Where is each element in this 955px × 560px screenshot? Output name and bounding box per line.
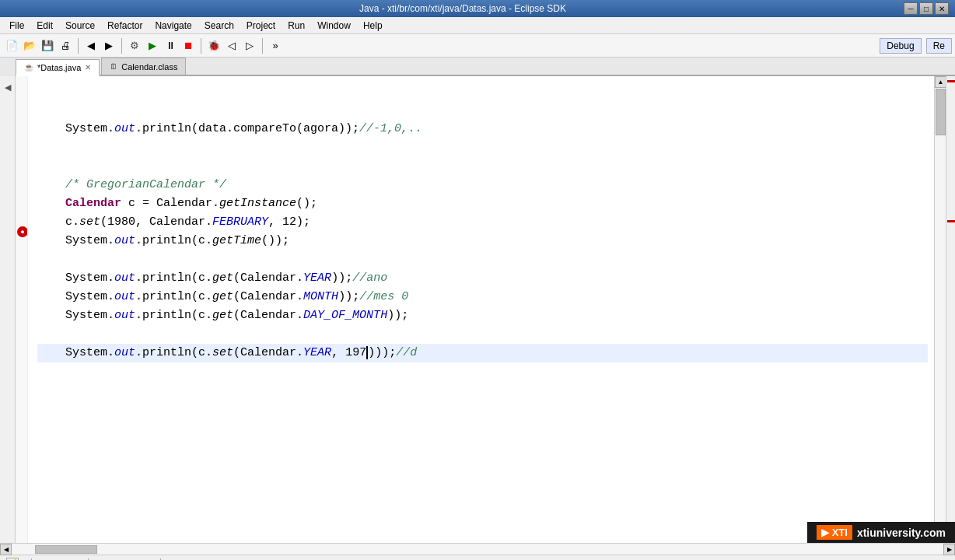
menu-search[interactable]: Search bbox=[198, 17, 240, 33]
ruler-error-2 bbox=[947, 220, 955, 222]
minimize-button[interactable]: ─ bbox=[904, 2, 918, 15]
xti-url: xtiuniversity.com bbox=[857, 527, 946, 539]
toolbar-sep-1 bbox=[78, 38, 79, 54]
code-content: System.out.println(data.compareTo(agora)… bbox=[28, 76, 934, 406]
xti-badge: ▶ XTI xtiuniversity.com bbox=[807, 522, 955, 543]
build-button[interactable]: ⚙ bbox=[126, 37, 143, 54]
h-scroll-track[interactable] bbox=[12, 544, 943, 555]
debug-button[interactable]: 🐞 bbox=[205, 37, 222, 54]
menu-help[interactable]: Help bbox=[357, 17, 389, 33]
save-button[interactable]: 💾 bbox=[39, 37, 56, 54]
print-button[interactable]: 🖨 bbox=[57, 37, 74, 54]
nav-left[interactable]: ◁ bbox=[223, 37, 240, 54]
scroll-left-button[interactable]: ◀ bbox=[0, 544, 12, 555]
stop-button[interactable]: ⏹ bbox=[180, 37, 197, 54]
ruler-error-1 bbox=[947, 80, 955, 82]
menu-source[interactable]: Source bbox=[59, 17, 101, 33]
scroll-thumb[interactable] bbox=[936, 89, 946, 135]
tab-calendar-label: Calendar.class bbox=[121, 62, 177, 72]
new-button[interactable]: 📄 bbox=[3, 37, 20, 54]
scroll-right-button[interactable]: ▶ bbox=[943, 544, 955, 555]
tab-datas-java[interactable]: ☕ *Datas.java ✕ bbox=[16, 59, 100, 76]
scroll-track[interactable] bbox=[935, 88, 946, 531]
tab-calendar-class[interactable]: 🗓 Calendar.class bbox=[101, 58, 186, 75]
menu-file[interactable]: File bbox=[3, 17, 30, 33]
run-button[interactable]: ▶ bbox=[144, 37, 161, 54]
pause-button[interactable]: ⏸ bbox=[162, 37, 179, 54]
more-button[interactable]: » bbox=[267, 37, 284, 54]
status-left: ⚡ bbox=[6, 558, 19, 561]
maximize-button[interactable]: □ bbox=[919, 2, 933, 15]
forward-button[interactable]: ▶ bbox=[100, 37, 117, 54]
scroll-up-button[interactable]: ▲ bbox=[935, 76, 946, 88]
status-bar: ⚡ Writable Smart Insert 34 : 52 bbox=[0, 555, 955, 560]
xti-logo: ▶ XTI bbox=[817, 525, 852, 540]
error-marker-1[interactable]: ● bbox=[17, 226, 28, 237]
window-title: Java - xti/br/com/xti/java/Datas.java - … bbox=[22, 3, 904, 14]
re-button[interactable]: Re bbox=[926, 38, 952, 54]
tab-calendar-icon: 🗓 bbox=[110, 62, 117, 71]
open-button[interactable]: 📂 bbox=[21, 37, 38, 54]
tab-datas-label: *Datas.java bbox=[37, 63, 81, 72]
status-icon[interactable]: ⚡ bbox=[6, 558, 19, 561]
toolbar-sep-3 bbox=[201, 38, 201, 54]
main-toolbar: 📄 📂 💾 🖨 ◀ ▶ ⚙ ▶ ⏸ ⏹ 🐞 ◁ ▷ » Debug Re bbox=[0, 34, 955, 58]
left-sidebar: ◀ bbox=[0, 76, 16, 543]
window-controls[interactable]: ─ □ ✕ bbox=[904, 2, 949, 15]
debug-perspective-button[interactable]: Debug bbox=[880, 38, 921, 54]
menu-refactor[interactable]: Refactor bbox=[101, 17, 149, 33]
overview-ruler bbox=[946, 76, 955, 543]
horizontal-scrollbar[interactable]: ◀ ▶ bbox=[0, 543, 955, 555]
tab-datas-icon: ☕ bbox=[24, 63, 33, 72]
menu-project[interactable]: Project bbox=[240, 17, 282, 33]
toolbar-sep-2 bbox=[121, 38, 122, 54]
menu-run[interactable]: Run bbox=[282, 17, 311, 33]
vertical-scrollbar[interactable]: ▲ ▼ bbox=[934, 76, 946, 543]
error-gutter: ● bbox=[16, 76, 28, 543]
close-button[interactable]: ✕ bbox=[935, 2, 949, 15]
title-bar: Java - xti/br/com/xti/java/Datas.java - … bbox=[0, 0, 955, 17]
tab-bar: ≡ ⊞ ☕ *Datas.java ✕ 🗓 Calendar.class bbox=[0, 58, 955, 76]
nav-right[interactable]: ▷ bbox=[241, 37, 258, 54]
tab-datas-close[interactable]: ✕ bbox=[85, 63, 91, 72]
toolbar-sep-4 bbox=[262, 38, 263, 54]
menu-navigate[interactable]: Navigate bbox=[149, 17, 198, 33]
menu-window[interactable]: Window bbox=[311, 17, 357, 33]
code-editor[interactable]: System.out.println(data.compareTo(agora)… bbox=[28, 76, 934, 543]
back-button[interactable]: ◀ bbox=[82, 37, 100, 54]
menu-bar: File Edit Source Refactor Navigate Searc… bbox=[0, 17, 955, 34]
sidebar-collapse-icon[interactable]: ◀ bbox=[5, 82, 11, 93]
h-scroll-thumb[interactable] bbox=[35, 545, 97, 554]
menu-edit[interactable]: Edit bbox=[30, 17, 59, 33]
